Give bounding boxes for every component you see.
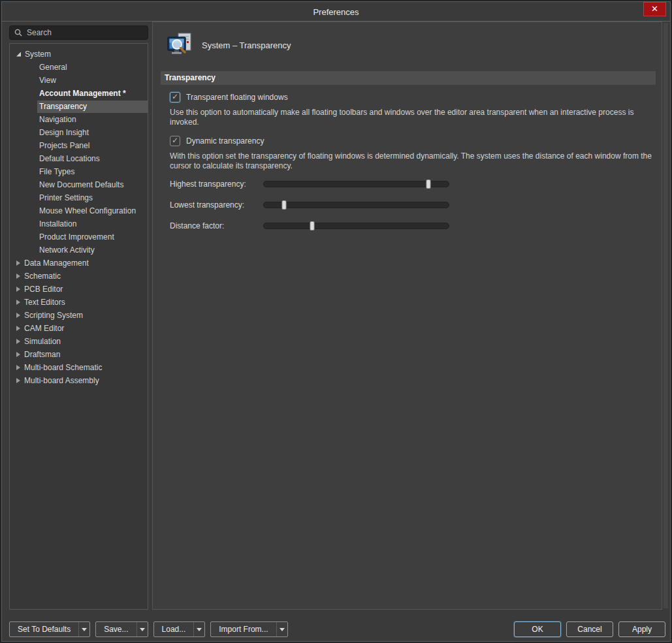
tree-item-default-locations[interactable]: Default Locations <box>10 152 148 165</box>
tree-item-network-activity[interactable]: Network Activity <box>10 243 148 257</box>
tree-item-label: Account Management * <box>37 87 148 100</box>
slider-row-highest-transparency: Highest transparency: <box>170 180 654 189</box>
set-to-defaults-button[interactable]: Set To Defaults <box>10 622 78 636</box>
search-input[interactable]: Search <box>9 25 148 40</box>
ok-button[interactable]: OK <box>514 621 561 637</box>
option-description: Use this option to automatically make al… <box>170 108 653 127</box>
slider-thumb[interactable] <box>282 200 287 210</box>
import-from-button[interactable]: Import From... <box>211 622 276 636</box>
save-button[interactable]: Save... <box>96 622 136 636</box>
expand-icon[interactable] <box>16 378 20 383</box>
tree-item-label: Navigation <box>37 114 148 126</box>
save-split-button: Save... <box>95 621 148 637</box>
tree-item-label: Installation <box>37 218 148 230</box>
slider-track[interactable] <box>263 202 449 208</box>
chevron-down-icon <box>197 628 202 631</box>
system-transparency-icon <box>167 33 193 57</box>
footer-right-buttons: OKCancelApply <box>514 621 665 637</box>
set-to-defaults-split-button: Set To Defaults <box>9 621 90 637</box>
apply-button[interactable]: Apply <box>618 621 665 637</box>
tree-item-cam-editor[interactable]: CAM Editor <box>10 322 148 335</box>
load-split-button: Load... <box>153 621 206 637</box>
tree-item-text-editors[interactable]: Text Editors <box>10 296 148 309</box>
import-from-dropdown-button[interactable] <box>276 622 287 636</box>
cancel-button[interactable]: Cancel <box>566 621 613 637</box>
expand-icon[interactable] <box>16 260 20 266</box>
slider-track[interactable] <box>263 181 449 187</box>
tree-item-label: Simulation <box>24 337 61 346</box>
save-dropdown-button[interactable] <box>136 622 148 636</box>
tree-item-view[interactable]: View <box>10 74 148 87</box>
slider-label: Distance factor: <box>170 221 263 230</box>
tree-item-schematic[interactable]: Schematic <box>10 270 148 283</box>
preferences-dialog: Preferences ✕ Search SystemGeneralViewAc… <box>1 1 671 642</box>
set-to-defaults-dropdown-button[interactable] <box>78 622 89 636</box>
preferences-tree[interactable]: SystemGeneralViewAccount Management *Tra… <box>9 43 148 610</box>
close-button[interactable]: ✕ <box>643 2 666 16</box>
tree-item-label: PCB Editor <box>24 285 63 294</box>
expand-icon[interactable] <box>16 300 20 305</box>
tree-item-multi-board-schematic[interactable]: Multi-board Schematic <box>10 361 148 374</box>
checkbox-row: ✓Dynamic transparency <box>170 136 654 146</box>
scrollbar-track[interactable] <box>664 23 668 608</box>
page-header: System – Transparency <box>167 33 291 57</box>
settings-panel: System – Transparency Transparency ✓Tran… <box>152 22 662 610</box>
tree-item-label: Product Improvement <box>37 231 148 243</box>
expand-icon[interactable] <box>16 352 20 357</box>
expand-icon[interactable] <box>16 339 20 344</box>
load-button[interactable]: Load... <box>154 622 194 636</box>
checkbox-transparent-floating-windows[interactable]: ✓ <box>170 92 180 102</box>
tree-item-data-management[interactable]: Data Management <box>10 257 148 270</box>
tree-item-label: Transparency <box>37 101 148 113</box>
tree-item-transparency[interactable]: Transparency <box>10 100 148 113</box>
tree-item-label: Scripting System <box>24 311 83 320</box>
expand-icon[interactable] <box>16 365 20 370</box>
tree-item-label: Text Editors <box>24 298 65 307</box>
tree-item-label: Multi-board Assembly <box>24 376 99 385</box>
expand-icon[interactable] <box>16 326 20 331</box>
tree-item-label: General <box>37 61 148 74</box>
expand-icon[interactable] <box>16 287 20 292</box>
tree-item-file-types[interactable]: File Types <box>10 165 148 178</box>
close-icon: ✕ <box>651 4 658 14</box>
expand-icon[interactable] <box>16 274 20 279</box>
tree-item-label: File Types <box>37 166 148 178</box>
option-description: With this option set the transparency of… <box>170 151 653 171</box>
option-block: ✓Dynamic transparencyWith this option se… <box>170 136 654 171</box>
tree-item-product-improvement[interactable]: Product Improvement <box>10 230 148 243</box>
load-dropdown-button[interactable] <box>193 622 204 636</box>
tree-item-projects-panel[interactable]: Projects Panel <box>10 139 148 152</box>
tree-item-new-document-defaults[interactable]: New Document Defaults <box>10 178 148 191</box>
tree-item-mouse-wheel-configuration[interactable]: Mouse Wheel Configuration <box>10 204 148 217</box>
import-from-split-button: Import From... <box>210 621 287 637</box>
slider-thumb[interactable] <box>426 180 430 189</box>
slider-thumb[interactable] <box>310 221 314 230</box>
tree-item-pcb-editor[interactable]: PCB Editor <box>10 283 148 296</box>
tree-item-installation[interactable]: Installation <box>10 217 148 230</box>
tree-item-multi-board-assembly[interactable]: Multi-board Assembly <box>10 374 148 387</box>
page-title: System – Transparency <box>202 40 291 50</box>
tree-item-system[interactable]: System <box>10 48 148 61</box>
tree-item-general[interactable]: General <box>10 61 148 74</box>
tree-item-printer-settings[interactable]: Printer Settings <box>10 191 148 204</box>
tree-item-scripting-system[interactable]: Scripting System <box>10 309 148 322</box>
chevron-down-icon <box>280 628 285 631</box>
expand-icon[interactable] <box>16 313 20 318</box>
collapse-icon[interactable] <box>16 52 21 57</box>
tree-item-account-management[interactable]: Account Management * <box>10 87 148 100</box>
chevron-down-icon <box>140 628 145 631</box>
footer-bar: Set To DefaultsSave...Load...Import From… <box>2 618 670 641</box>
tree-item-draftsman[interactable]: Draftsman <box>10 348 148 361</box>
title-bar[interactable]: Preferences ✕ <box>2 2 670 22</box>
tree-item-label: Projects Panel <box>37 140 148 152</box>
slider-track[interactable] <box>263 223 449 229</box>
tree-item-design-insight[interactable]: Design Insight <box>10 126 148 139</box>
checkmark-icon: ✓ <box>172 92 178 101</box>
slider-row-distance-factor: Distance factor: <box>170 221 654 230</box>
checkbox-dynamic-transparency[interactable]: ✓ <box>170 136 180 146</box>
tree-item-label: Default Locations <box>37 153 148 165</box>
chevron-down-icon <box>82 628 87 631</box>
search-icon <box>14 29 22 37</box>
tree-item-navigation[interactable]: Navigation <box>10 113 148 126</box>
tree-item-simulation[interactable]: Simulation <box>10 335 148 348</box>
